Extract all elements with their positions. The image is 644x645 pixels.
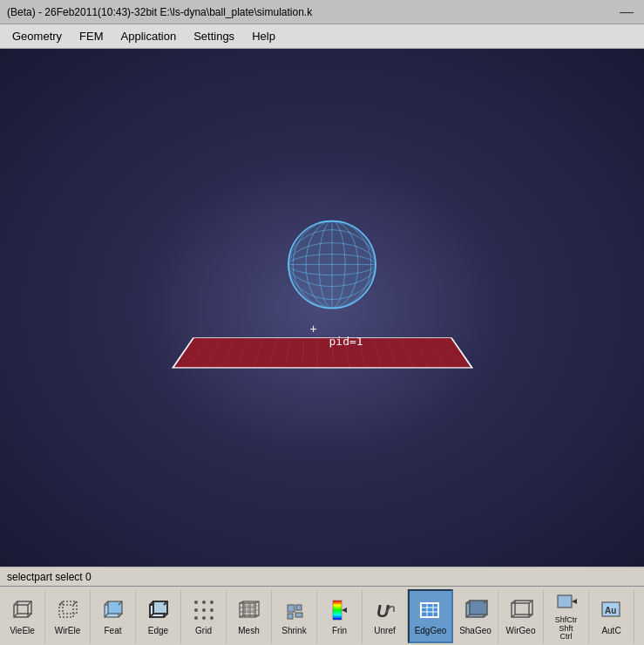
tool-edggeo-label: EdgGeo (415, 626, 447, 635)
svg-rect-66 (421, 603, 438, 617)
tool-grid[interactable]: Grid (181, 589, 227, 643)
menu-geometry[interactable]: Geometry (3, 26, 71, 46)
tool-vieele[interactable]: VieEle (0, 589, 45, 643)
tool-feat-label: Feat (104, 626, 121, 635)
pid-label: pid=1 (329, 335, 363, 348)
menu-help[interactable]: Help (243, 26, 284, 46)
svg-rect-60 (333, 601, 342, 620)
crosshair-icon: + (310, 322, 317, 336)
tool-unref-label: Unref (374, 626, 395, 635)
feat-cube-icon (99, 596, 127, 624)
autoc-box-icon: Au (598, 596, 626, 624)
edge-cube-icon (145, 596, 173, 624)
menu-fem[interactable]: FEM (71, 26, 112, 46)
svg-point-39 (194, 616, 198, 620)
tool-vieele-label: VieEle (10, 626, 35, 635)
wirgeo-box-icon (507, 596, 535, 624)
menu-settings[interactable]: Settings (185, 26, 243, 46)
tool-wirgeo[interactable]: WirGeo (498, 589, 544, 643)
tool-shrink[interactable]: Shrink (272, 589, 317, 643)
tool-wirele-label: WirEle (55, 626, 80, 635)
grid-dots-icon (190, 596, 218, 624)
shageo-box-icon (462, 596, 490, 624)
svg-point-40 (202, 616, 206, 620)
tool-shageo[interactable]: ShaGeo (453, 589, 498, 643)
tool-edge[interactable]: Edge (136, 589, 181, 643)
sphere-object (284, 217, 380, 313)
plate-object (171, 337, 472, 368)
cube-wire-icon (9, 596, 37, 624)
svg-point-36 (194, 608, 198, 612)
status-bar: selectpart select 0 (0, 567, 644, 586)
viewport[interactable]: + pid=1 (0, 49, 644, 567)
svg-point-34 (202, 601, 206, 604)
tool-feat[interactable]: Feat (91, 589, 136, 643)
title-text: (Beta) - 26Feb2011(10:43)-32bit E:\ls-dy… (7, 6, 616, 18)
svg-rect-59 (295, 613, 302, 617)
tool-unref[interactable]: U Unref (363, 589, 408, 643)
svg-point-38 (210, 608, 214, 612)
title-bar: (Beta) - 26Feb2011(10:43)-32bit E:\ls-dy… (0, 0, 644, 24)
svg-point-35 (210, 601, 214, 604)
svg-point-37 (202, 608, 206, 612)
svg-marker-61 (342, 608, 347, 613)
svg-point-41 (210, 616, 214, 620)
mesh-cube-icon (235, 596, 263, 624)
tool-shrink-label: Shrink (281, 626, 306, 635)
shfctr-box-icon (552, 590, 580, 614)
tool-shageo-label: ShaGeo (459, 626, 491, 635)
tool-autoc[interactable]: Au AutC (589, 589, 634, 643)
tool-wirgeo-label: WirGeo (506, 626, 536, 635)
wire-cube-icon (54, 596, 82, 624)
menu-application[interactable]: Application (112, 26, 186, 46)
svg-rect-58 (288, 614, 293, 619)
svg-rect-17 (59, 605, 73, 617)
tool-grid-label: Grid (195, 626, 212, 635)
tool-wirele[interactable]: WirEle (45, 589, 91, 643)
close-button[interactable]: — (616, 4, 637, 20)
menu-bar: Geometry FEM Application Settings Help (0, 24, 644, 49)
svg-rect-83 (558, 595, 572, 608)
tool-frin-label: Frin (332, 626, 347, 635)
svg-rect-57 (296, 605, 302, 610)
tool-frin[interactable]: Frin (317, 589, 363, 643)
tool-edge-label: Edge (148, 626, 168, 635)
tool-mesh[interactable]: Mesh (227, 589, 272, 643)
scene: + pid=1 (148, 191, 497, 435)
edggeo-box-icon (417, 596, 444, 624)
tool-mesh-label: Mesh (238, 626, 259, 635)
svg-point-33 (194, 601, 198, 604)
status-text: selectpart select 0 (7, 571, 92, 583)
svg-marker-84 (572, 599, 577, 604)
frin-icon (326, 596, 354, 624)
toolbar: VieEle WirEle Feat (0, 586, 644, 645)
tool-shfctr-label: ShfCtrShftCtrl (555, 616, 578, 642)
svg-text:Au: Au (605, 606, 616, 615)
svg-rect-56 (288, 605, 295, 612)
tool-edggeo[interactable]: EdgGeo (408, 589, 453, 643)
tool-shfctr[interactable]: ShfCtrShftCtrl (544, 589, 589, 643)
tool-autoc-label: AutC (601, 626, 620, 635)
u-icon: U (371, 596, 399, 624)
shrink-icon (281, 596, 308, 624)
